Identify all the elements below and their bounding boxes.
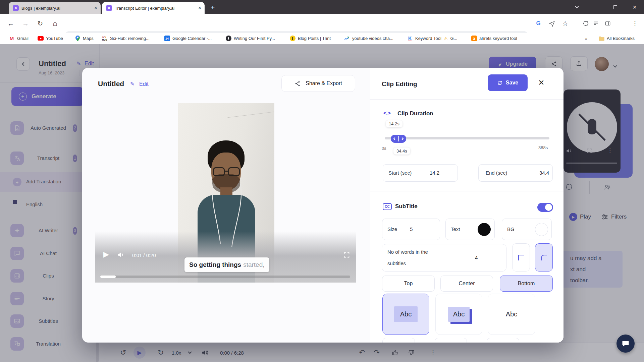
position-top-button[interactable]: Top bbox=[382, 276, 435, 292]
slider-min-label: 0s bbox=[382, 146, 386, 151]
corner-sharp-button[interactable] bbox=[512, 243, 530, 272]
video-time: 0:01 / 0:20 bbox=[132, 252, 156, 258]
bookmark-gcal[interactable]: 14 Google Calendar -... bbox=[164, 33, 212, 44]
text-color-swatch[interactable] bbox=[478, 223, 491, 236]
microphone-icon bbox=[225, 36, 231, 42]
words-per-subtitle-field[interactable]: No of words in the subtitles 4 bbox=[382, 244, 506, 272]
folder-icon bbox=[598, 36, 604, 42]
chat-launcher-button[interactable] bbox=[616, 335, 635, 353]
google-g-icon[interactable]: G bbox=[533, 14, 543, 33]
browser-menu-kebab-icon[interactable]: ⋮ bbox=[631, 14, 639, 33]
new-tab-button[interactable]: + bbox=[211, 3, 215, 11]
rounded-corner-icon bbox=[541, 255, 547, 260]
subtitle-style-more[interactable] bbox=[435, 338, 467, 343]
tab-close-icon[interactable]: × bbox=[198, 5, 201, 11]
code-icon: <> bbox=[383, 110, 391, 117]
cc-icon: CC bbox=[383, 203, 392, 210]
subtitle-toggle[interactable] bbox=[537, 203, 553, 212]
video-fullscreen-icon[interactable] bbox=[343, 251, 350, 260]
browser-window: × Blogs | exemplary.ai × × Transcript Ed… bbox=[0, 0, 644, 362]
duration-current-bubble: 14.2s bbox=[386, 120, 402, 127]
bookmark-gmail[interactable]: M Gmail bbox=[9, 33, 29, 44]
save-button[interactable]: Save bbox=[488, 74, 528, 91]
warning-icon: ⚠ bbox=[444, 36, 448, 41]
bookmark-keyword-tool[interactable]: K Keyword Tool ⚠ G... bbox=[407, 33, 457, 44]
video-progress-bar[interactable] bbox=[100, 276, 350, 278]
side-panel-icon[interactable] bbox=[603, 14, 612, 33]
window-close-button[interactable]: × bbox=[628, 0, 641, 14]
corner-rounded-button[interactable] bbox=[535, 243, 553, 272]
extensions-puzzle-icon[interactable] bbox=[581, 14, 590, 33]
bookmark-ytvideos[interactable]: youtube videos cha... bbox=[344, 33, 393, 44]
exemplary-favicon-icon: × bbox=[13, 5, 19, 11]
share-nodes-icon bbox=[294, 80, 301, 87]
slider-max-label: 388s bbox=[538, 145, 548, 150]
video-play-icon[interactable]: ▶ bbox=[103, 250, 109, 259]
bookmark-star-icon[interactable]: ☆ bbox=[560, 14, 570, 33]
subtitle-style-box[interactable]: Abc bbox=[382, 294, 429, 335]
home-button[interactable]: ⌂ bbox=[50, 14, 60, 33]
tab-search-chevron-icon[interactable] bbox=[570, 0, 584, 14]
subtitle-style-shadow[interactable]: Abc bbox=[435, 294, 482, 335]
duration-slider-track[interactable] bbox=[385, 137, 549, 139]
sharp-corner-icon bbox=[518, 255, 524, 260]
reload-button[interactable]: ↻ bbox=[35, 14, 46, 33]
subtitle-text-color-field[interactable]: Text bbox=[445, 219, 495, 240]
reading-list-icon[interactable] bbox=[591, 14, 600, 33]
bookmark-maps[interactable]: Maps bbox=[74, 33, 94, 44]
window-maximize-button[interactable] bbox=[608, 0, 622, 14]
back-button[interactable]: ← bbox=[5, 14, 16, 33]
bg-color-swatch[interactable] bbox=[535, 223, 548, 236]
size-value: 5 bbox=[410, 226, 413, 232]
youtube-icon bbox=[38, 36, 44, 42]
clip-title: Untitled bbox=[98, 80, 124, 88]
subtitle-caption: So getting thingsstarted, bbox=[184, 257, 269, 272]
maps-pin-icon bbox=[74, 36, 80, 42]
scihub-icon: SCIHUB bbox=[102, 36, 108, 42]
clip-editing-modal: Untitled ✎ Edit Share & Export bbox=[82, 68, 564, 343]
end-sec-field[interactable]: End (sec) 34.4 bbox=[478, 164, 553, 182]
duration-slider-handles[interactable] bbox=[391, 135, 406, 143]
subtitle-size-field[interactable]: Size 5 bbox=[382, 219, 440, 240]
subtitle-style-more[interactable] bbox=[487, 338, 519, 343]
divider bbox=[594, 35, 594, 42]
subtitle-heading: SubTitle bbox=[395, 203, 418, 210]
bookmark-ahrefs[interactable]: a ahrefs keyword tool bbox=[471, 33, 517, 44]
forward-button[interactable]: → bbox=[20, 14, 31, 33]
divider bbox=[370, 99, 564, 100]
clip-edit-link[interactable]: Edit bbox=[139, 81, 149, 87]
tab-close-icon[interactable]: × bbox=[94, 5, 97, 11]
subtitle-style-plain[interactable]: Abc bbox=[488, 294, 535, 335]
bookmark-youtube[interactable]: YouTube bbox=[38, 33, 63, 44]
bookmarks-overflow-chevron[interactable]: » bbox=[585, 33, 587, 44]
tab-transcript-editor[interactable]: × Transcript Editor | exemplary.ai × bbox=[102, 2, 205, 14]
modal-close-icon[interactable]: × bbox=[538, 77, 544, 88]
chat-icon bbox=[622, 340, 630, 348]
slider-handle-label: 34.4s bbox=[393, 147, 410, 155]
clip-duration-heading: Clip Duration bbox=[397, 110, 433, 117]
bookmark-trint[interactable]: t Blog Posts | Trint bbox=[289, 33, 331, 44]
chart-arrow-icon bbox=[344, 36, 350, 42]
all-bookmarks[interactable]: All Bookmarks bbox=[598, 33, 635, 44]
pencil-icon: ✎ bbox=[130, 81, 135, 87]
start-sec-value: 14.2 bbox=[430, 170, 439, 176]
subtitle-style-more[interactable] bbox=[382, 338, 415, 343]
gmail-icon: M bbox=[9, 36, 15, 42]
browser-titlebar: × Blogs | exemplary.ai × × Transcript Ed… bbox=[0, 0, 644, 14]
start-sec-field[interactable]: Start (sec) 14.2 bbox=[383, 164, 458, 182]
bookmark-writing[interactable]: Writing Our First Py... bbox=[225, 33, 275, 44]
bookmark-scihub[interactable]: SCIHUB Sci-Hub: removing... bbox=[102, 33, 150, 44]
video-volume-icon[interactable] bbox=[117, 251, 124, 260]
share-export-button[interactable]: Share & Export bbox=[281, 75, 355, 92]
sync-icon bbox=[497, 80, 503, 86]
window-minimize-button[interactable]: — bbox=[589, 0, 602, 14]
subtitle-bg-color-field[interactable]: BG bbox=[502, 219, 552, 240]
tab-blogs[interactable]: × Blogs | exemplary.ai × bbox=[9, 2, 101, 14]
end-sec-value: 34.4 bbox=[539, 170, 549, 176]
divider bbox=[370, 191, 564, 191]
tab-title: Transcript Editor | exemplary.ai bbox=[115, 6, 196, 11]
share-page-icon[interactable] bbox=[547, 14, 557, 33]
position-bottom-button[interactable]: Bottom bbox=[500, 276, 553, 292]
app-page: Untitled ✎ Edit Aug 16, 2023 Upgrade + bbox=[0, 44, 644, 362]
position-center-button[interactable]: Center bbox=[440, 276, 493, 292]
